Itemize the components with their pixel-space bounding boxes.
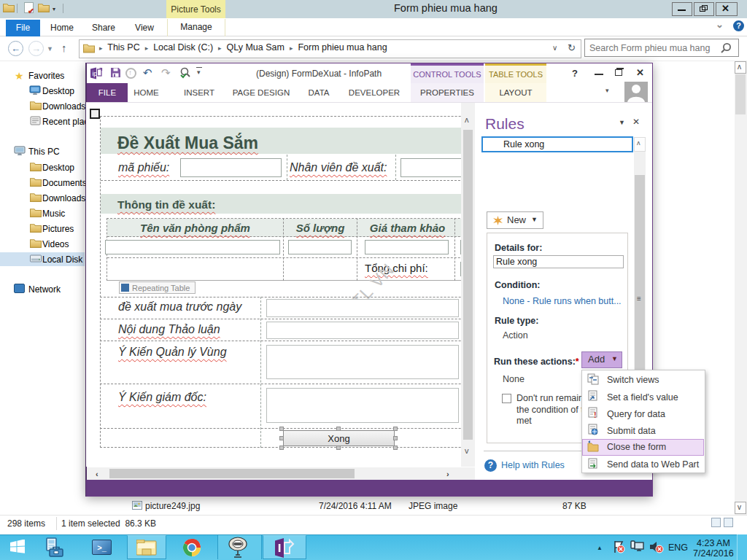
svg-text:ip: ip (92, 70, 97, 77)
svg-text:!: ! (594, 411, 597, 419)
